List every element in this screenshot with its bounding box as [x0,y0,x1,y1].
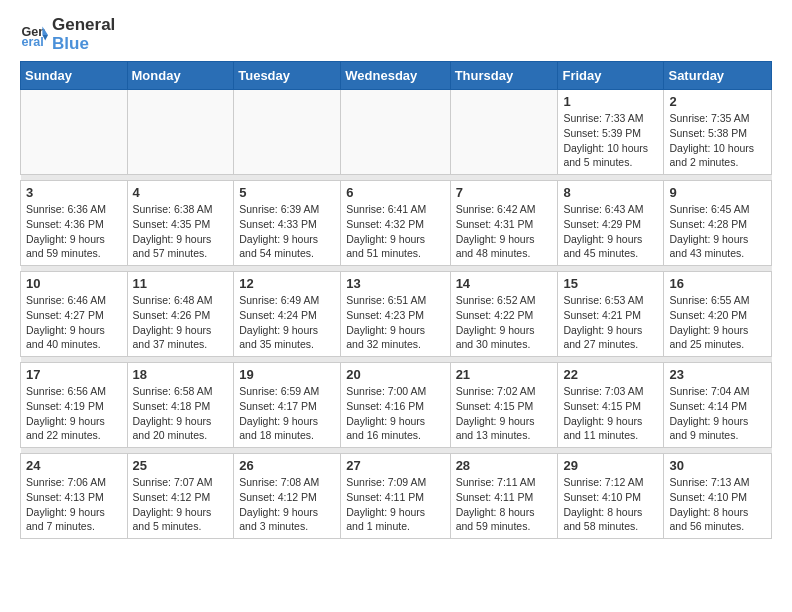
day-info: Sunrise: 7:07 AM Sunset: 4:12 PM Dayligh… [133,475,229,534]
day-info: Sunrise: 6:52 AM Sunset: 4:22 PM Dayligh… [456,293,553,352]
day-info: Sunrise: 7:04 AM Sunset: 4:14 PM Dayligh… [669,384,766,443]
day-info: Sunrise: 7:11 AM Sunset: 4:11 PM Dayligh… [456,475,553,534]
day-info: Sunrise: 7:08 AM Sunset: 4:12 PM Dayligh… [239,475,335,534]
calendar-cell: 20Sunrise: 7:00 AM Sunset: 4:16 PM Dayli… [341,363,450,448]
calendar-cell: 27Sunrise: 7:09 AM Sunset: 4:11 PM Dayli… [341,454,450,539]
day-number: 22 [563,367,658,382]
calendar-cell: 22Sunrise: 7:03 AM Sunset: 4:15 PM Dayli… [558,363,664,448]
calendar-cell: 14Sunrise: 6:52 AM Sunset: 4:22 PM Dayli… [450,272,558,357]
calendar-cell: 15Sunrise: 6:53 AM Sunset: 4:21 PM Dayli… [558,272,664,357]
day-number: 4 [133,185,229,200]
day-info: Sunrise: 6:39 AM Sunset: 4:33 PM Dayligh… [239,202,335,261]
day-info: Sunrise: 6:55 AM Sunset: 4:20 PM Dayligh… [669,293,766,352]
calendar-cell: 4Sunrise: 6:38 AM Sunset: 4:35 PM Daylig… [127,181,234,266]
calendar-cell: 25Sunrise: 7:07 AM Sunset: 4:12 PM Dayli… [127,454,234,539]
header: Gen eral General Blue [20,16,772,53]
day-info: Sunrise: 6:46 AM Sunset: 4:27 PM Dayligh… [26,293,122,352]
calendar-week-row: 24Sunrise: 7:06 AM Sunset: 4:13 PM Dayli… [21,454,772,539]
day-number: 15 [563,276,658,291]
weekday-header: Monday [127,62,234,90]
day-number: 11 [133,276,229,291]
calendar-cell: 13Sunrise: 6:51 AM Sunset: 4:23 PM Dayli… [341,272,450,357]
day-number: 30 [669,458,766,473]
calendar-cell [450,90,558,175]
day-info: Sunrise: 6:56 AM Sunset: 4:19 PM Dayligh… [26,384,122,443]
day-info: Sunrise: 7:09 AM Sunset: 4:11 PM Dayligh… [346,475,444,534]
calendar-cell: 9Sunrise: 6:45 AM Sunset: 4:28 PM Daylig… [664,181,772,266]
calendar-week-row: 17Sunrise: 6:56 AM Sunset: 4:19 PM Dayli… [21,363,772,448]
day-info: Sunrise: 6:45 AM Sunset: 4:28 PM Dayligh… [669,202,766,261]
calendar-week-row: 3Sunrise: 6:36 AM Sunset: 4:36 PM Daylig… [21,181,772,266]
calendar-cell: 26Sunrise: 7:08 AM Sunset: 4:12 PM Dayli… [234,454,341,539]
calendar-cell: 8Sunrise: 6:43 AM Sunset: 4:29 PM Daylig… [558,181,664,266]
calendar-cell: 12Sunrise: 6:49 AM Sunset: 4:24 PM Dayli… [234,272,341,357]
calendar-cell: 18Sunrise: 6:58 AM Sunset: 4:18 PM Dayli… [127,363,234,448]
weekday-header: Sunday [21,62,128,90]
day-number: 8 [563,185,658,200]
day-info: Sunrise: 7:00 AM Sunset: 4:16 PM Dayligh… [346,384,444,443]
calendar-cell: 24Sunrise: 7:06 AM Sunset: 4:13 PM Dayli… [21,454,128,539]
day-number: 27 [346,458,444,473]
calendar-header-row: SundayMondayTuesdayWednesdayThursdayFrid… [21,62,772,90]
day-info: Sunrise: 7:02 AM Sunset: 4:15 PM Dayligh… [456,384,553,443]
calendar-cell: 17Sunrise: 6:56 AM Sunset: 4:19 PM Dayli… [21,363,128,448]
logo-icon: Gen eral [20,21,48,49]
day-number: 19 [239,367,335,382]
day-info: Sunrise: 6:53 AM Sunset: 4:21 PM Dayligh… [563,293,658,352]
day-number: 28 [456,458,553,473]
calendar-cell: 23Sunrise: 7:04 AM Sunset: 4:14 PM Dayli… [664,363,772,448]
day-number: 14 [456,276,553,291]
day-number: 24 [26,458,122,473]
calendar-week-row: 10Sunrise: 6:46 AM Sunset: 4:27 PM Dayli… [21,272,772,357]
day-number: 29 [563,458,658,473]
weekday-header: Wednesday [341,62,450,90]
day-info: Sunrise: 6:36 AM Sunset: 4:36 PM Dayligh… [26,202,122,261]
weekday-header: Saturday [664,62,772,90]
day-number: 21 [456,367,553,382]
day-info: Sunrise: 6:49 AM Sunset: 4:24 PM Dayligh… [239,293,335,352]
day-info: Sunrise: 6:48 AM Sunset: 4:26 PM Dayligh… [133,293,229,352]
day-number: 23 [669,367,766,382]
calendar-week-row: 1Sunrise: 7:33 AM Sunset: 5:39 PM Daylig… [21,90,772,175]
calendar-cell: 2Sunrise: 7:35 AM Sunset: 5:38 PM Daylig… [664,90,772,175]
calendar-cell: 19Sunrise: 6:59 AM Sunset: 4:17 PM Dayli… [234,363,341,448]
calendar-cell [341,90,450,175]
day-info: Sunrise: 6:43 AM Sunset: 4:29 PM Dayligh… [563,202,658,261]
calendar-cell [234,90,341,175]
day-info: Sunrise: 7:33 AM Sunset: 5:39 PM Dayligh… [563,111,658,170]
day-info: Sunrise: 6:59 AM Sunset: 4:17 PM Dayligh… [239,384,335,443]
day-info: Sunrise: 6:41 AM Sunset: 4:32 PM Dayligh… [346,202,444,261]
day-number: 25 [133,458,229,473]
calendar-cell: 5Sunrise: 6:39 AM Sunset: 4:33 PM Daylig… [234,181,341,266]
day-info: Sunrise: 6:51 AM Sunset: 4:23 PM Dayligh… [346,293,444,352]
day-info: Sunrise: 7:12 AM Sunset: 4:10 PM Dayligh… [563,475,658,534]
calendar-cell: 16Sunrise: 6:55 AM Sunset: 4:20 PM Dayli… [664,272,772,357]
day-info: Sunrise: 7:13 AM Sunset: 4:10 PM Dayligh… [669,475,766,534]
weekday-header: Thursday [450,62,558,90]
calendar-cell [21,90,128,175]
logo-text: General Blue [52,16,115,53]
calendar-cell: 6Sunrise: 6:41 AM Sunset: 4:32 PM Daylig… [341,181,450,266]
day-number: 17 [26,367,122,382]
svg-text:eral: eral [21,35,43,49]
day-number: 7 [456,185,553,200]
day-info: Sunrise: 6:42 AM Sunset: 4:31 PM Dayligh… [456,202,553,261]
weekday-header: Tuesday [234,62,341,90]
day-number: 12 [239,276,335,291]
calendar: SundayMondayTuesdayWednesdayThursdayFrid… [20,61,772,539]
calendar-cell: 21Sunrise: 7:02 AM Sunset: 4:15 PM Dayli… [450,363,558,448]
day-info: Sunrise: 6:58 AM Sunset: 4:18 PM Dayligh… [133,384,229,443]
calendar-cell: 29Sunrise: 7:12 AM Sunset: 4:10 PM Dayli… [558,454,664,539]
day-info: Sunrise: 7:06 AM Sunset: 4:13 PM Dayligh… [26,475,122,534]
calendar-cell [127,90,234,175]
calendar-cell: 28Sunrise: 7:11 AM Sunset: 4:11 PM Dayli… [450,454,558,539]
day-number: 18 [133,367,229,382]
day-number: 16 [669,276,766,291]
day-number: 1 [563,94,658,109]
day-number: 5 [239,185,335,200]
day-info: Sunrise: 7:03 AM Sunset: 4:15 PM Dayligh… [563,384,658,443]
day-number: 13 [346,276,444,291]
weekday-header: Friday [558,62,664,90]
day-number: 9 [669,185,766,200]
day-number: 6 [346,185,444,200]
